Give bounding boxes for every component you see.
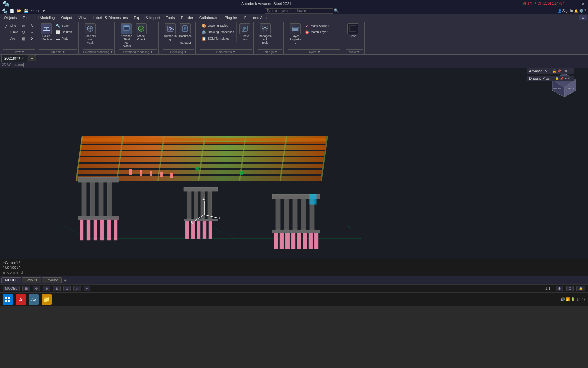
- file-tab-add[interactable]: +: [28, 55, 36, 61]
- draw-line-btn[interactable]: ╱Line: [3, 22, 19, 29]
- ribbon-toggle[interactable]: ▲: [579, 15, 587, 20]
- menu-plugins[interactable]: Plug-ins: [222, 15, 241, 20]
- svg-rect-69: [197, 221, 200, 239]
- menu-labels[interactable]: Labels & Dimensions: [90, 15, 130, 20]
- cmd-input[interactable]: a command: [3, 270, 585, 275]
- panel-close-icon[interactable]: ✕: [565, 69, 567, 73]
- menu-objects[interactable]: Objects: [1, 15, 19, 20]
- menu-featured-apps[interactable]: Featured Apps: [242, 15, 272, 20]
- svg-point-23: [264, 27, 266, 30]
- plate-btn[interactable]: ▬Plate: [54, 35, 73, 42]
- ortho-btn[interactable]: ⊕: [43, 286, 50, 291]
- lock-ui-btn[interactable]: 🔒: [576, 286, 585, 291]
- search-input[interactable]: [265, 8, 333, 14]
- qa-more[interactable]: ▼: [41, 9, 46, 13]
- svg-rect-94: [170, 173, 173, 178]
- numbering-btn[interactable]: 750 Numbering: [163, 22, 177, 42]
- menu-collaborate[interactable]: Collaborate: [197, 15, 221, 20]
- management-tools-btn[interactable]: ManagementTools: [258, 22, 272, 45]
- layout-tab-2[interactable]: Layout2: [42, 277, 62, 283]
- drawing-panel-expand-icon[interactable]: +: [565, 77, 567, 80]
- qa-redo[interactable]: ↪: [36, 9, 40, 13]
- draw-dim-btn[interactable]: ↔: [28, 29, 35, 35]
- draw-circle-btn[interactable]: ○Circle: [3, 29, 19, 35]
- draw-rect-btn[interactable]: ▭: [20, 22, 27, 29]
- layout-tab-model[interactable]: MODEL: [1, 277, 21, 283]
- snap-toggle-btn[interactable]: ⊙: [33, 286, 40, 291]
- menu-output[interactable]: Output: [58, 15, 75, 20]
- lineweight-btn[interactable]: ≡: [84, 286, 91, 291]
- advance-steel-tool-palette-btn[interactable]: Advance SteelTool Palette: [119, 22, 133, 48]
- layer-properties-btn[interactable]: LayerProperties: [288, 22, 303, 45]
- match-layer-btn[interactable]: 🎯 Match Layer: [303, 29, 330, 35]
- column-btn[interactable]: ⬜Column: [54, 29, 73, 35]
- svg-rect-54: [78, 216, 119, 220]
- zoom-fit-btn[interactable]: ⊡: [566, 286, 574, 291]
- panel-lock-icon[interactable]: 🔒: [552, 69, 556, 73]
- ribbon: ╱Line ○Circle ⌒Arc ▭ ⬡ ▦ A ↔ ✥ D: [0, 21, 588, 55]
- grid-toggle-btn[interactable]: ⊞: [22, 286, 30, 291]
- file-tab-close[interactable]: ✕: [21, 57, 24, 60]
- close-btn[interactable]: ✕: [581, 1, 585, 6]
- create-lists-btn[interactable]: CreateLists: [238, 22, 252, 42]
- drawing-styles-btn[interactable]: 🎨 Drawing Styles: [200, 22, 235, 29]
- taskbar: A AS 📁 🔊 📶 🔋 14:47: [0, 292, 588, 306]
- svg-rect-70: [203, 221, 206, 239]
- qa-open[interactable]: 📂: [16, 9, 22, 13]
- taskbar-folder-btn[interactable]: 📁: [42, 294, 52, 305]
- svg-text:FRONT: FRONT: [553, 87, 562, 90]
- draw-text-btn[interactable]: A: [28, 22, 35, 29]
- draw-ref-btn[interactable]: ✥: [28, 35, 35, 42]
- model-space-btn[interactable]: MODEL: [3, 286, 20, 291]
- make-current-btn[interactable]: ✓ Make Current: [303, 22, 330, 29]
- panel-expand-icon[interactable]: +: [562, 69, 564, 73]
- taskbar-autocad-btn[interactable]: A: [16, 294, 26, 305]
- drawing-processes-panel[interactable]: Drawing Proc... 🔒 📌 + ✕: [527, 76, 574, 81]
- draw-poly-btn[interactable]: ⬡: [20, 29, 27, 35]
- drawing-processes-btn[interactable]: ⚙️ Drawing Processes: [200, 29, 235, 35]
- file-tab-model[interactable]: 2021模型 ✕: [1, 55, 27, 62]
- draw-arc-btn[interactable]: ⌒Arc: [3, 35, 19, 42]
- polar-btn[interactable]: ⊗: [53, 286, 61, 291]
- menu-export[interactable]: Export & Import: [131, 15, 163, 20]
- ribbon-group-layers: LayerProperties ✓ Make Current 🎯 Match L…: [287, 22, 341, 54]
- start-btn[interactable]: [3, 294, 13, 305]
- drawing-panel-lock-icon[interactable]: 🔒: [555, 77, 559, 80]
- canvas-area[interactable]: Z Y X TOP FRONT RIGHT: [0, 68, 588, 259]
- menu-tools[interactable]: Tools: [163, 15, 178, 20]
- document-manager-btn[interactable]: DocumentManager: [178, 22, 192, 45]
- advance-toolbar-panel[interactable]: Advance To... 🔒 📌 + ✕: [527, 68, 574, 74]
- beam-btn[interactable]: 🔩Beam: [54, 22, 73, 29]
- minimize-btn[interactable]: —: [567, 1, 572, 6]
- taskbar-advance-steel-btn[interactable]: AS: [29, 294, 39, 305]
- sign-in-btn[interactable]: 👤Sign In: [558, 9, 573, 13]
- cmd-input-field[interactable]: [24, 270, 585, 275]
- osnap-btn[interactable]: ⊘: [63, 286, 71, 291]
- command-line[interactable]: *Cancel* *Cancel* a command: [0, 259, 588, 276]
- bom-templates-btn[interactable]: 📋 BOM Templates: [200, 35, 235, 42]
- maximize-btn[interactable]: □: [574, 1, 578, 6]
- draw-hatch-btn[interactable]: ▦: [20, 35, 27, 42]
- svg-rect-2: [43, 30, 50, 31]
- qa-new[interactable]: 📄: [9, 9, 15, 13]
- svg-rect-81: [285, 233, 290, 249]
- svg-rect-92: [150, 171, 152, 176]
- qa-undo[interactable]: ↩: [30, 9, 35, 13]
- menu-render[interactable]: Render: [178, 15, 196, 20]
- base-view-btn[interactable]: Base: [346, 22, 360, 42]
- menubar: Objects Extended Modeling Output View La…: [0, 14, 588, 21]
- menu-view[interactable]: View: [76, 15, 89, 20]
- connection-vault-btn[interactable]: ConnectionVault: [83, 22, 97, 45]
- drawing-panel-close-icon[interactable]: ✕: [567, 77, 570, 80]
- layout-tab-add[interactable]: +: [62, 277, 68, 283]
- advance-panel-controls: 🔒 📌 + ✕: [552, 69, 567, 73]
- model-check-btn[interactable]: ModelCheck: [134, 22, 148, 42]
- panel-pin-icon[interactable]: 📌: [557, 69, 561, 73]
- menu-extended-modeling[interactable]: Extended Modeling: [20, 15, 58, 20]
- settings-gear-btn[interactable]: ⚙: [556, 286, 564, 291]
- otrack-btn[interactable]: △: [74, 286, 81, 291]
- drawing-panel-pin-icon[interactable]: 📌: [560, 77, 564, 80]
- rolled-section-btn[interactable]: RolledI Section: [39, 22, 53, 42]
- layout-tab-1[interactable]: Layout1: [22, 277, 42, 283]
- qa-save[interactable]: 💾: [23, 9, 29, 13]
